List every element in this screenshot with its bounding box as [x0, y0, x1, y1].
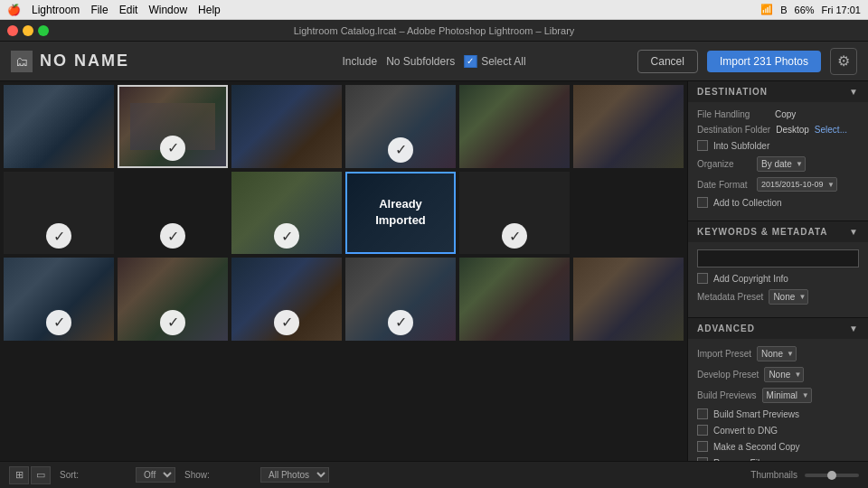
menu-window[interactable]: Window: [148, 4, 187, 16]
thumbnails-label: Thumbnails: [750, 470, 797, 480]
photo-cell-17[interactable]: [459, 258, 570, 341]
photo-thumb-12: [573, 172, 684, 255]
import-preset-select[interactable]: None: [757, 346, 797, 361]
menu-lightroom[interactable]: Lightroom: [32, 4, 80, 16]
develop-preset-select[interactable]: None: [764, 367, 804, 382]
build-previews-select[interactable]: Minimal: [762, 388, 812, 403]
sort-select[interactable]: Off: [136, 467, 175, 483]
build-smart-label: Build Smart Previews: [713, 409, 799, 419]
import-preset-wrapper[interactable]: None ▼: [757, 346, 797, 361]
build-smart-checkbox[interactable]: [697, 408, 708, 419]
photo-cell-11[interactable]: ✓: [459, 172, 570, 255]
show-select[interactable]: All Photos: [260, 467, 329, 483]
keywords-input[interactable]: [697, 249, 859, 267]
photo-cell-16[interactable]: ✓: [345, 258, 456, 341]
photo-cell-7[interactable]: ✓: [4, 172, 114, 255]
select-all-label: Select All: [481, 55, 525, 68]
show-select-wrapper[interactable]: All Photos: [260, 467, 329, 483]
build-smart-row[interactable]: Build Smart Previews: [697, 408, 859, 419]
into-subfolder-row[interactable]: Into Subfolder: [697, 140, 859, 151]
organize-row: Organize By date ▼: [697, 156, 859, 172]
minimize-button[interactable]: [23, 25, 33, 36]
photo-thumb-3: [231, 85, 342, 168]
cancel-button[interactable]: Cancel: [637, 50, 698, 73]
window-title: Lightroom Catalog.lrcat – Adobe Photosho…: [294, 25, 575, 36]
photo-cell-14[interactable]: ✓: [118, 258, 228, 341]
photo-cell-12[interactable]: [573, 172, 684, 255]
convert-dng-row[interactable]: Convert to DNG: [697, 425, 859, 436]
sort-select-wrapper[interactable]: Off: [136, 467, 175, 483]
grid-view-button[interactable]: ⊞: [9, 466, 29, 484]
keywords-header[interactable]: KEYWORDS & METADATA ▼: [688, 221, 868, 242]
photo-cell-9[interactable]: ✓: [231, 172, 342, 255]
photo-cell-3[interactable]: [231, 85, 342, 168]
copyright-row[interactable]: Add Copyright Info: [697, 273, 859, 284]
convert-dng-checkbox[interactable]: [697, 425, 708, 436]
menu-help[interactable]: Help: [198, 4, 221, 16]
photo-thumb-1: [4, 85, 114, 168]
photo-cell-15[interactable]: ✓: [231, 258, 342, 341]
build-previews-row: Build Previews Minimal ▼: [697, 388, 859, 403]
add-collection-checkbox[interactable]: [697, 197, 708, 208]
thumbnail-slider[interactable]: [805, 474, 859, 477]
dest-folder-value: Desktop: [776, 125, 809, 135]
include-label[interactable]: Include: [342, 55, 377, 68]
copyright-checkbox[interactable]: [697, 273, 708, 284]
advanced-header[interactable]: ADVANCED ▼: [688, 318, 868, 339]
photo-cell-18[interactable]: [573, 258, 684, 341]
destination-chevron[interactable]: ▼: [849, 87, 859, 97]
rename-files-checkbox[interactable]: [697, 457, 708, 461]
advanced-chevron[interactable]: ▼: [849, 324, 859, 333]
main-layout: ✓ ✓ ✓ ✓: [0, 81, 868, 461]
photo-cell-2[interactable]: ✓: [118, 85, 228, 168]
photo-cell-13[interactable]: ✓: [4, 258, 114, 341]
metadata-preset-row: Metadata Preset None ▼: [697, 289, 859, 305]
menu-file[interactable]: File: [90, 4, 108, 16]
apple-menu[interactable]: 🍎: [7, 4, 21, 16]
develop-preset-wrapper[interactable]: None ▼: [764, 367, 804, 382]
into-subfolder-checkbox[interactable]: [697, 140, 708, 151]
photo-thumb-6: [573, 85, 684, 168]
import-button[interactable]: Import 231 Photos: [707, 51, 821, 72]
subfolders-label[interactable]: No Subfolders: [386, 55, 455, 68]
second-copy-row[interactable]: Make a Second Copy: [697, 441, 859, 452]
keywords-chevron[interactable]: ▼: [849, 227, 859, 237]
close-button[interactable]: [7, 25, 18, 36]
organize-select[interactable]: By date: [757, 156, 806, 172]
gear-button[interactable]: ⚙: [830, 48, 857, 75]
photo-cell-8[interactable]: ✓: [118, 172, 228, 255]
metadata-preset-select[interactable]: None: [769, 289, 808, 305]
select-all-control[interactable]: ✓ Select All: [464, 55, 525, 68]
photo-cell-1[interactable]: [4, 85, 114, 168]
thumbnail-slider-knob[interactable]: [827, 471, 836, 480]
menu-edit[interactable]: Edit: [119, 4, 138, 16]
develop-preset-row: Develop Preset None ▼: [697, 367, 859, 382]
select-all-checkbox[interactable]: ✓: [464, 55, 476, 68]
destination-section: DESTINATION ▼ File Handling Copy Destina…: [688, 81, 868, 221]
date-format-select-wrapper[interactable]: 2015/2015-10-09 ▼: [757, 177, 837, 192]
build-previews-wrapper[interactable]: Minimal ▼: [762, 388, 812, 403]
rename-files-row[interactable]: Rename Files: [697, 457, 859, 461]
date-format-label: Date Format: [697, 180, 751, 190]
right-panel: DESTINATION ▼ File Handling Copy Destina…: [687, 81, 868, 461]
photo-grid-area[interactable]: ✓ ✓ ✓ ✓: [0, 81, 687, 461]
photo-cell-4[interactable]: ✓: [345, 85, 456, 168]
menubar-right: 📶 B 66% Fri 17:01: [760, 4, 861, 15]
window-controls[interactable]: [7, 25, 49, 36]
photo-cell-5[interactable]: [459, 85, 570, 168]
destination-header[interactable]: DESTINATION ▼: [688, 81, 868, 102]
date-format-row: Date Format 2015/2015-10-09 ▼: [697, 177, 859, 192]
select-link[interactable]: Select...: [815, 125, 847, 135]
maximize-button[interactable]: [38, 25, 49, 36]
date-format-select[interactable]: 2015/2015-10-09: [757, 177, 837, 192]
organize-select-wrapper[interactable]: By date ▼: [757, 156, 806, 172]
photo-cell-10[interactable]: AlreadyImported: [345, 172, 456, 255]
add-collection-row[interactable]: Add to Collection: [697, 197, 859, 208]
battery-status: 66%: [795, 5, 815, 15]
already-imported-overlay: AlreadyImported: [347, 174, 454, 253]
photo-cell-6[interactable]: [573, 85, 684, 168]
second-copy-checkbox[interactable]: [697, 441, 708, 452]
copyright-label: Add Copyright Info: [713, 274, 788, 284]
loupe-view-button[interactable]: ▭: [31, 466, 51, 484]
metadata-select-wrapper[interactable]: None ▼: [769, 289, 808, 305]
